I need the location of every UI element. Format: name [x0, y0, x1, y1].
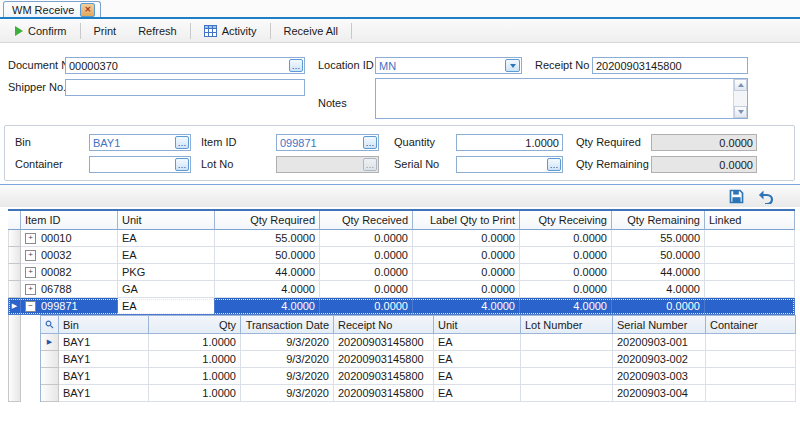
subgrid-cell-bin[interactable]: BAY1 [59, 368, 149, 385]
subgrid-row[interactable]: BAY11.00009/3/202020200903145800EA202009… [41, 368, 795, 385]
scroll-down-button[interactable] [734, 106, 747, 118]
receive-all-button[interactable]: Receive All [273, 21, 349, 41]
subgrid-cell-receipt-no[interactable]: 20200903145800 [334, 334, 434, 351]
cell-qty-receiving[interactable]: 0.0000 [520, 247, 612, 264]
table-row[interactable]: +00032EA50.00000.00000.00000.000050.0000 [8, 247, 795, 264]
subgrid-cell-lot-number[interactable] [521, 334, 613, 351]
container-input[interactable] [90, 158, 175, 172]
subgrid-column-header-unit[interactable]: Unit [434, 315, 521, 334]
quantity-input[interactable] [457, 136, 562, 150]
subgrid-cell-bin[interactable]: BAY1 [59, 334, 149, 351]
table-row[interactable]: +00010EA55.00000.00000.00000.000055.0000 [8, 230, 795, 247]
shipper-no-input[interactable] [66, 81, 304, 95]
cell-item-id[interactable]: −099871 [21, 298, 118, 315]
cell-qty-receiving[interactable]: 4.0000 [520, 298, 612, 315]
cell-label-qty-to-print[interactable]: 0.0000 [413, 281, 520, 298]
row-selector[interactable] [8, 247, 21, 264]
cell-qty-required[interactable]: 55.0000 [215, 230, 320, 247]
refresh-button[interactable]: Refresh [127, 21, 188, 41]
save-button[interactable] [729, 189, 744, 204]
item-id-lookup-button[interactable]: … [363, 136, 377, 149]
cell-linked[interactable] [705, 264, 795, 281]
row-selector[interactable] [8, 230, 21, 247]
subgrid-row-selector[interactable] [41, 351, 59, 368]
cell-unit[interactable]: EA [118, 298, 215, 315]
cell-qty-remaining[interactable]: 0.0000 [612, 298, 705, 315]
expand-icon[interactable]: + [25, 267, 36, 278]
cell-item-id[interactable]: +00082 [21, 264, 118, 281]
subgrid-cell-receipt-no[interactable]: 20200903145800 [334, 351, 434, 368]
subgrid-cell-receipt-no[interactable]: 20200903145800 [334, 385, 434, 402]
cell-qty-remaining[interactable]: 55.0000 [612, 230, 705, 247]
subgrid-cell-lot-number[interactable] [521, 368, 613, 385]
cell-qty-remaining[interactable]: 50.0000 [612, 247, 705, 264]
subgrid-column-header-bin[interactable]: Bin [59, 315, 149, 334]
subgrid-cell-serial-number[interactable]: 20200903-002 [613, 351, 706, 368]
bin-lookup-button[interactable]: … [175, 136, 189, 149]
cell-unit[interactable]: EA [118, 230, 215, 247]
subgrid-cell-container[interactable] [706, 385, 796, 402]
serial-no-input[interactable] [457, 158, 547, 172]
scroll-up-button[interactable] [734, 79, 747, 91]
cell-qty-receiving[interactable]: 0.0000 [520, 281, 612, 298]
cell-qty-received[interactable]: 0.0000 [320, 281, 413, 298]
subgrid-column-header-container[interactable]: Container [706, 315, 796, 334]
subgrid-cell-qty[interactable]: 1.0000 [149, 351, 241, 368]
document-no-input[interactable] [66, 59, 289, 73]
subgrid-cell-serial-number[interactable]: 20200903-003 [613, 368, 706, 385]
subgrid-cell-transaction-date[interactable]: 9/3/2020 [241, 351, 334, 368]
collapse-icon[interactable]: − [25, 301, 36, 312]
cell-unit[interactable]: EA [118, 247, 215, 264]
cell-qty-received[interactable]: 0.0000 [320, 264, 413, 281]
subgrid-cell-unit[interactable]: EA [434, 351, 521, 368]
cell-label-qty-to-print[interactable]: 0.0000 [413, 230, 520, 247]
subgrid-cell-bin[interactable]: BAY1 [59, 351, 149, 368]
item-id-input[interactable] [277, 136, 363, 150]
cell-linked[interactable] [705, 230, 795, 247]
notes-scrollbar[interactable] [733, 79, 747, 118]
subgrid-cell-serial-number[interactable]: 20200903-001 [613, 334, 706, 351]
subgrid-column-header-transaction-date[interactable]: Transaction Date [241, 315, 334, 334]
subgrid-cell-container[interactable] [706, 351, 796, 368]
subgrid-column-header-serial-number[interactable]: Serial Number [613, 315, 706, 334]
container-lookup-button[interactable]: … [175, 158, 189, 171]
tab-close-icon[interactable]: ✕ [80, 3, 95, 17]
column-header-label-qty-to-print[interactable]: Label Qty to Print [413, 211, 520, 230]
subgrid-search-header-cell[interactable] [41, 315, 59, 334]
cell-qty-required[interactable]: 4.0000 [215, 281, 320, 298]
table-row[interactable]: +06788GA4.00000.00000.00000.00004.0000 [8, 281, 795, 298]
subgrid-cell-transaction-date[interactable]: 9/3/2020 [241, 368, 334, 385]
notes-textarea[interactable] [376, 79, 733, 118]
column-header-item-id[interactable]: Item ID [21, 211, 118, 230]
subgrid-cell-receipt-no[interactable]: 20200903145800 [334, 368, 434, 385]
subgrid-cell-bin[interactable]: BAY1 [59, 385, 149, 402]
row-selector[interactable] [8, 264, 21, 281]
cell-label-qty-to-print[interactable]: 0.0000 [413, 247, 520, 264]
cell-linked[interactable] [705, 281, 795, 298]
expand-icon[interactable]: + [25, 250, 36, 261]
cell-qty-remaining[interactable]: 4.0000 [612, 281, 705, 298]
subgrid-cell-container[interactable] [706, 368, 796, 385]
cell-item-id[interactable]: +00032 [21, 247, 118, 264]
serial-no-lookup-button[interactable]: … [547, 158, 561, 171]
cell-label-qty-to-print[interactable]: 0.0000 [413, 264, 520, 281]
subgrid-cell-unit[interactable]: EA [434, 334, 521, 351]
row-selector[interactable]: ▶ [8, 298, 21, 315]
subgrid-cell-lot-number[interactable] [521, 351, 613, 368]
subgrid-cell-qty[interactable]: 1.0000 [149, 334, 241, 351]
cell-unit[interactable]: GA [118, 281, 215, 298]
tab-wm-receive[interactable]: WM Receive ✕ [3, 1, 101, 17]
subgrid-row-selector[interactable] [41, 368, 59, 385]
cell-unit[interactable]: PKG [118, 264, 215, 281]
subgrid-cell-transaction-date[interactable]: 9/3/2020 [241, 334, 334, 351]
column-header-unit[interactable]: Unit [118, 211, 215, 230]
location-id-dropdown-button[interactable] [505, 59, 520, 72]
subgrid-cell-container[interactable] [706, 334, 796, 351]
subgrid-column-header-lot-number[interactable]: Lot Number [521, 315, 613, 334]
cell-qty-receiving[interactable]: 0.0000 [520, 230, 612, 247]
subgrid-row[interactable]: BAY11.00009/3/202020200903145800EA202009… [41, 351, 795, 368]
table-row[interactable]: +00082PKG44.00000.00000.00000.000044.000… [8, 264, 795, 281]
subgrid-cell-unit[interactable]: EA [434, 368, 521, 385]
undo-button[interactable] [757, 189, 774, 204]
subgrid-cell-unit[interactable]: EA [434, 385, 521, 402]
